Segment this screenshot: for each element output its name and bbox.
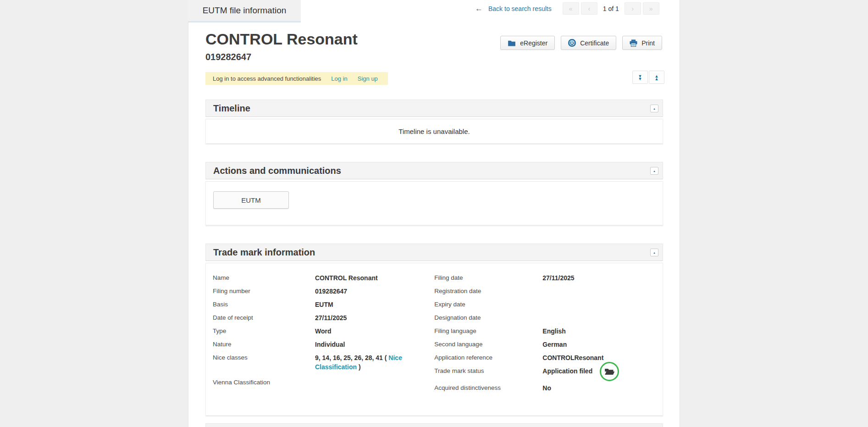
field-value: German: [542, 340, 642, 349]
field-value: 9, 14, 16, 25, 26, 28, 41 ( Nice Classif…: [315, 353, 415, 372]
collapse-triangle-icon: ▴: [653, 251, 655, 254]
trademark-detail-grid: Name CONTROL Resonant Filing number 0192…: [206, 273, 663, 397]
certificate-button-label: Certificate: [580, 39, 609, 47]
field-label: Designation date: [434, 313, 542, 322]
field-label: Registration date: [434, 287, 542, 296]
result-pager: « ‹ 1 of 1 › »: [563, 2, 659, 15]
field-row-vienna-classification: Vienna Classification: [213, 378, 430, 387]
field-value: English: [542, 327, 642, 336]
banner-row: Log in to access advanced functionalitie…: [188, 72, 680, 86]
timeline-collapse-button[interactable]: ▴: [650, 105, 658, 112]
timeline-section: Timeline ▴ Timeline is unavailable.: [205, 100, 663, 144]
folder-icon: [508, 40, 516, 46]
field-row-second-language: Second language German: [434, 340, 663, 349]
trademark-status-value: Application filed: [542, 367, 592, 375]
field-value: Individual: [315, 340, 415, 349]
field-row-filing-language: Filing language English: [434, 327, 663, 336]
field-label: Type: [213, 327, 315, 336]
collapse-controls: ▼ ▼ ▲ ▲: [632, 71, 664, 84]
print-button-label: Print: [641, 39, 655, 47]
field-value: 27/11/2025: [542, 273, 642, 283]
log-in-link[interactable]: Log in: [331, 75, 347, 82]
field-value: Application filed: [542, 366, 642, 376]
field-label: Application reference: [434, 353, 542, 362]
collapse-triangle-icon: ▴: [653, 169, 655, 172]
trademark-right-column: Filing date 27/11/2025 Registration date…: [430, 273, 663, 397]
nice-classes-suffix: ): [359, 363, 361, 371]
collapse-triangle-icon: ▴: [653, 107, 655, 110]
open-folder-icon: [604, 368, 615, 376]
trademark-section-header: Trade mark information ▴: [205, 244, 663, 261]
next-section-header-partial: [205, 423, 663, 427]
eregister-button-label: eRegister: [520, 39, 547, 47]
field-row-expiry-date: Expiry date: [434, 300, 663, 309]
field-label: Filing language: [434, 327, 542, 336]
trademark-section: Trade mark information ▴ Name CONTROL Re…: [205, 244, 663, 416]
field-row-trademark-status: Trade mark status Application filed: [434, 366, 663, 376]
timeline-empty-message: Timeline is unavailable.: [398, 128, 470, 135]
field-label: Nature: [213, 340, 315, 349]
actions-section-header: Actions and communications ▴: [205, 162, 663, 179]
field-row-acquired-distinctiveness: Acquired distinctiveness No: [434, 383, 663, 393]
first-result-button[interactable]: «: [563, 2, 579, 15]
actions-body: EUTM: [205, 181, 663, 225]
field-value: Word: [315, 327, 415, 336]
eutm-tab-button[interactable]: EUTM: [213, 191, 289, 209]
nice-classes-value: 9, 14, 16, 25, 26, 28, 41 (: [315, 354, 387, 361]
timeline-section-header: Timeline ▴: [205, 100, 663, 117]
field-row-nature: Nature Individual: [213, 340, 430, 349]
field-row-designation-date: Designation date: [434, 313, 663, 322]
field-label: Acquired distinctiveness: [434, 383, 542, 393]
top-navigation: ← Back to search results « ‹ 1 of 1 › »: [475, 2, 659, 15]
login-banner-message: Log in to access advanced functionalitie…: [213, 75, 321, 82]
field-label: Filing date: [434, 273, 542, 283]
timeline-section-title: Timeline: [213, 103, 250, 114]
previous-result-button[interactable]: ‹: [581, 2, 597, 15]
collapse-all-button[interactable]: ▲ ▲: [649, 71, 664, 84]
sign-up-link[interactable]: Sign up: [358, 75, 378, 82]
field-value: No: [542, 383, 642, 393]
login-banner: Log in to access advanced functionalitie…: [205, 72, 388, 85]
field-row-basis: Basis EUTM: [213, 300, 430, 309]
next-result-button[interactable]: ›: [625, 2, 641, 15]
actions-section: Actions and communications ▴ EUTM: [205, 162, 663, 225]
field-label: Nice classes: [213, 353, 315, 362]
registered-icon: R: [568, 39, 576, 47]
tab-row: EUTM file information ← Back to search r…: [188, 0, 680, 25]
back-arrow-icon: ←: [475, 4, 483, 13]
last-result-button[interactable]: »: [643, 2, 659, 15]
document-actions: eRegister R Certificate Print: [500, 36, 662, 50]
timeline-body: Timeline is unavailable.: [205, 119, 663, 144]
field-row-filing-number: Filing number 019282647: [213, 287, 430, 296]
field-value: CONTROL Resonant: [315, 273, 415, 283]
trademark-collapse-button[interactable]: ▴: [650, 249, 658, 256]
field-label: Basis: [213, 300, 315, 309]
trademark-left-column: Name CONTROL Resonant Filing number 0192…: [213, 273, 430, 397]
status-application-filed-icon: [600, 362, 619, 381]
page-indicator: 1 of 1: [603, 5, 619, 12]
field-value: EUTM: [315, 300, 415, 309]
actions-collapse-button[interactable]: ▴: [650, 167, 658, 175]
field-row-name: Name CONTROL Resonant: [213, 273, 430, 283]
trademark-section-title: Trade mark information: [213, 247, 315, 258]
tab-eutm-file-information[interactable]: EUTM file information: [188, 0, 301, 22]
field-label: Expiry date: [434, 300, 542, 309]
field-label: Date of receipt: [213, 313, 315, 322]
field-value: 019282647: [315, 287, 415, 296]
expand-all-button[interactable]: ▼ ▼: [632, 71, 648, 84]
eregister-button[interactable]: eRegister: [500, 36, 555, 50]
field-label: Second language: [434, 340, 542, 349]
field-label: Name: [213, 273, 315, 283]
field-row-date-of-receipt: Date of receipt 27/11/2025: [213, 313, 430, 322]
printer-icon: [630, 39, 637, 47]
print-button[interactable]: Print: [622, 36, 662, 50]
certificate-button[interactable]: R Certificate: [561, 36, 616, 50]
back-to-search-link[interactable]: Back to search results: [488, 5, 552, 12]
trademark-number: 019282647: [205, 51, 680, 62]
field-label: Trade mark status: [434, 366, 542, 376]
field-value: CONTROLResonant: [542, 353, 642, 362]
chevron-up-icon: ▲: [655, 78, 659, 80]
field-row-application-reference: Application reference CONTROLResonant: [434, 353, 663, 362]
field-row-filing-date: Filing date 27/11/2025: [434, 273, 663, 283]
field-label: Filing number: [213, 287, 315, 296]
